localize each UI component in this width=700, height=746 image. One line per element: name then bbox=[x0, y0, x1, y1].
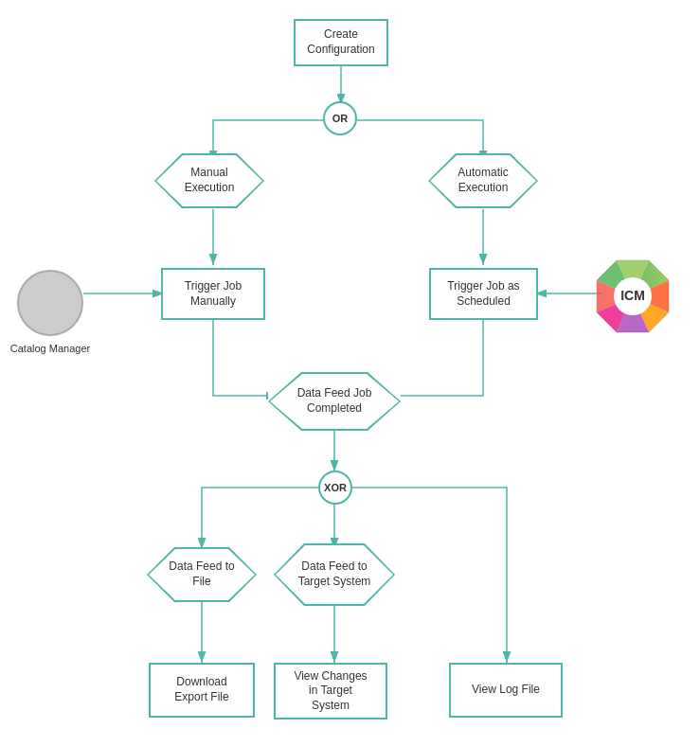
catalog-manager-avatar bbox=[17, 270, 83, 336]
data-feed-completed-node: Data Feed JobCompleted bbox=[268, 372, 401, 431]
auto-exec-label: AutomaticExecution bbox=[440, 166, 528, 195]
view-changes-node: View Changesin TargetSystem bbox=[274, 663, 387, 719]
download-export-node: DownloadExport File bbox=[149, 663, 255, 718]
person-icon bbox=[19, 272, 83, 336]
trigger-manual-label: Trigger JobManually bbox=[185, 279, 242, 309]
trigger-scheduled-label: Trigger Job asScheduled bbox=[447, 279, 519, 309]
manual-exec-node: ManualExecution bbox=[154, 153, 264, 208]
or-label: OR bbox=[332, 112, 349, 125]
svg-marker-11 bbox=[597, 260, 669, 332]
xor-label: XOR bbox=[324, 481, 347, 494]
create-config-node: Create Configuration bbox=[294, 19, 388, 66]
trigger-manual-node: Trigger JobManually bbox=[161, 268, 265, 320]
view-log-node: View Log File bbox=[449, 663, 563, 718]
manual-exec-label: ManualExecution bbox=[166, 166, 254, 195]
download-export-label: DownloadExport File bbox=[174, 675, 228, 704]
feed-to-file-label: Data Feed toFile bbox=[158, 560, 246, 589]
svg-point-12 bbox=[614, 277, 652, 315]
or-node: OR bbox=[323, 101, 357, 135]
trigger-scheduled-node: Trigger Job asScheduled bbox=[429, 268, 538, 320]
data-feed-completed-label: Data Feed JobCompleted bbox=[281, 386, 387, 416]
xor-node: XOR bbox=[318, 471, 352, 505]
svg-text:ICM: ICM bbox=[620, 288, 645, 303]
create-config-label: Create Configuration bbox=[296, 27, 386, 57]
view-changes-label: View Changesin TargetSystem bbox=[294, 669, 367, 714]
view-log-label: View Log File bbox=[472, 683, 540, 698]
auto-exec-node: AutomaticExecution bbox=[428, 153, 538, 208]
feed-to-target-node: Data Feed toTarget System bbox=[274, 543, 395, 606]
catalog-manager-label: Catalog Manager bbox=[5, 343, 96, 354]
icm-node: ICM bbox=[595, 258, 671, 334]
feed-to-target-label: Data Feed toTarget System bbox=[286, 560, 383, 589]
feed-to-file-node: Data Feed toFile bbox=[147, 547, 257, 602]
